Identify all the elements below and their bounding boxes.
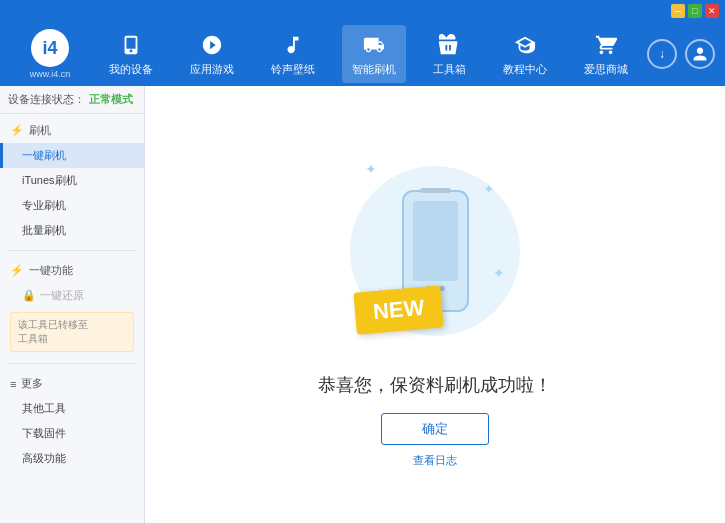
status-bar: 设备连接状态： 正常模式 (0, 86, 144, 114)
user-button[interactable] (685, 39, 715, 69)
nav-label-my-device: 我的设备 (109, 62, 153, 77)
status-value: 正常模式 (89, 92, 133, 107)
tools-icon (436, 31, 464, 59)
sidebar-flash-header: ⚡ 刷机 (0, 118, 144, 143)
logo-circle: i4 (31, 29, 69, 67)
flash-section-label: 刷机 (29, 123, 51, 138)
phone-illustration: ✦ ✦ ✦ ✦ NEW (335, 141, 535, 361)
logo-icon: i4 (42, 38, 57, 59)
nav-item-my-device[interactable]: 我的设备 (99, 25, 163, 83)
nav-item-tutorials[interactable]: 教程中心 (493, 25, 557, 83)
download-button[interactable]: ↓ (647, 39, 677, 69)
nav-items: 我的设备 应用游戏 铃声壁纸 智能刷机 工具箱 (90, 25, 647, 83)
nav-label-store: 爱思商城 (584, 62, 628, 77)
sidebar-divider-2 (8, 363, 136, 364)
close-button[interactable]: ✕ (705, 4, 719, 18)
titlebar: ─ □ ✕ (0, 0, 725, 22)
tutorial-icon (511, 31, 539, 59)
sparkle-3: ✦ (493, 265, 505, 281)
maximize-button[interactable]: □ (688, 4, 702, 18)
nav-item-apps-games[interactable]: 应用游戏 (180, 25, 244, 83)
new-ribbon-text: NEW (353, 285, 444, 334)
nav-item-tools[interactable]: 工具箱 (423, 25, 476, 83)
sidebar-flash-section: ⚡ 刷机 一键刷机 iTunes刷机 专业刷机 批量刷机 (0, 114, 144, 247)
sidebar-divider-1 (8, 250, 136, 251)
logo-area: i4 www.i4.cn (10, 29, 90, 79)
sidebar-more-section: ≡ 更多 其他工具 下载固件 高级功能 (0, 367, 144, 475)
nav-label-apps-games: 应用游戏 (190, 62, 234, 77)
flash-section-icon: ⚡ (10, 124, 24, 137)
sidebar-one-click-section: ⚡ 一键功能 🔒 一键还原 该工具已转移至工具箱 (0, 254, 144, 360)
view-log-link[interactable]: 查看日志 (413, 453, 457, 468)
logo-url: www.i4.cn (30, 69, 71, 79)
sidebar-more-header: ≡ 更多 (0, 371, 144, 396)
nav-label-smart-flash: 智能刷机 (352, 62, 396, 77)
nav-item-smart-flash[interactable]: 智能刷机 (342, 25, 406, 83)
svg-rect-3 (420, 188, 451, 193)
store-icon (592, 31, 620, 59)
sidebar: 设备连接状态： 正常模式 ⚡ 刷机 一键刷机 iTunes刷机 专业刷机 批量刷… (0, 86, 145, 523)
sidebar-one-click-header: ⚡ 一键功能 (0, 258, 144, 283)
one-click-section-label: 一键功能 (29, 263, 73, 278)
nav-right: ↓ (647, 39, 715, 69)
nav-label-ringtones: 铃声壁纸 (271, 62, 315, 77)
ringtone-icon (279, 31, 307, 59)
smart-flash-icon (360, 31, 388, 59)
sidebar-item-itunes-flash[interactable]: iTunes刷机 (0, 168, 144, 193)
sidebar-item-factory-flash[interactable]: 批量刷机 (0, 218, 144, 243)
nav-item-store[interactable]: 爱思商城 (574, 25, 638, 83)
success-text: 恭喜您，保资料刷机成功啦！ (318, 373, 552, 397)
sidebar-notice: 该工具已转移至工具箱 (10, 312, 134, 352)
nav-label-tutorials: 教程中心 (503, 62, 547, 77)
lock-icon: 🔒 (22, 289, 36, 302)
svg-rect-1 (413, 201, 458, 281)
minimize-button[interactable]: ─ (671, 4, 685, 18)
sidebar-item-other-tools[interactable]: 其他工具 (0, 396, 144, 421)
main-layout: 设备连接状态： 正常模式 ⚡ 刷机 一键刷机 iTunes刷机 专业刷机 批量刷… (0, 86, 725, 523)
sidebar-item-one-click-restore: 🔒 一键还原 (0, 283, 144, 308)
sparkle-1: ✦ (365, 161, 377, 177)
one-click-section-icon: ⚡ (10, 264, 24, 277)
device-icon (117, 31, 145, 59)
sidebar-item-pro-flash[interactable]: 专业刷机 (0, 193, 144, 218)
nav-item-ringtones[interactable]: 铃声壁纸 (261, 25, 325, 83)
sidebar-item-download-firmware[interactable]: 下载固件 (0, 421, 144, 446)
confirm-button[interactable]: 确定 (381, 413, 489, 445)
status-label: 设备连接状态： (8, 92, 85, 107)
sparkle-2: ✦ (483, 181, 495, 197)
sidebar-item-one-click-flash[interactable]: 一键刷机 (0, 143, 144, 168)
apps-icon (198, 31, 226, 59)
nav-header: i4 www.i4.cn 我的设备 应用游戏 铃声壁纸 智能刷机 (0, 22, 725, 86)
content-area: ✦ ✦ ✦ ✦ NEW 恭喜您，保资料刷机成功啦！ 确定 查看日志 (145, 86, 725, 523)
more-section-icon: ≡ (10, 378, 16, 390)
nav-label-tools: 工具箱 (433, 62, 466, 77)
new-badge: NEW (355, 289, 442, 331)
sidebar-item-advanced-help[interactable]: 高级功能 (0, 446, 144, 471)
